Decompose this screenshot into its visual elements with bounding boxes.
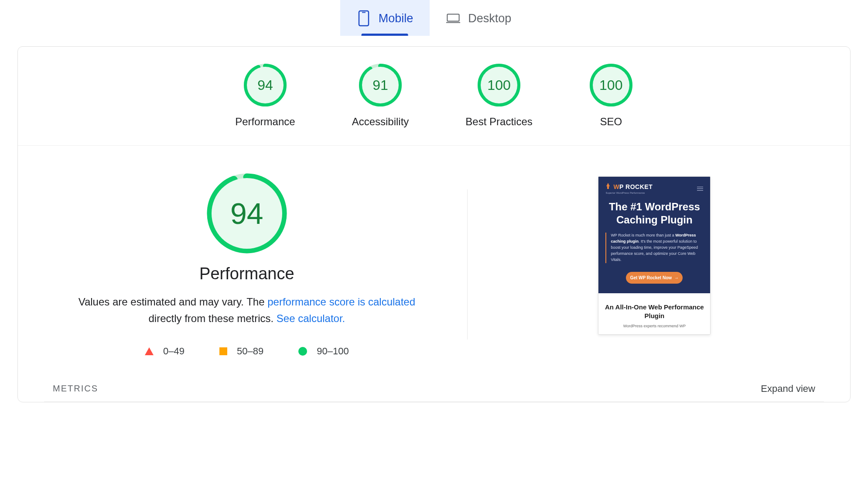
legend-fail: 0–49 — [145, 346, 185, 357]
link-score-calculated[interactable]: performance score is calculated — [267, 296, 415, 308]
circle-icon — [298, 347, 307, 356]
gauge-seo-label: SEO — [600, 116, 622, 128]
performance-panel: 94 Performance Values are estimated and … — [44, 172, 450, 357]
site-screenshot: WP ROCKET Superior WordPress Performance… — [598, 176, 711, 335]
desktop-icon — [446, 11, 460, 25]
report-card: 94 Performance 91 Accessibility — [17, 46, 851, 402]
metrics-header: METRICS Expand view — [44, 357, 824, 402]
shot-subtext: WordPress experts recommend WP — [605, 324, 704, 328]
arrow-right-icon: → — [674, 275, 679, 280]
device-tabs: Mobile Desktop — [0, 0, 868, 36]
gauge-best-practices[interactable]: 100 Best Practices — [465, 63, 532, 128]
gauge-seo-score: 100 — [593, 67, 629, 103]
performance-description: Values are estimated and may vary. The p… — [75, 294, 419, 327]
shot-subheadline: An All-In-One Web Performance Plugin — [605, 303, 704, 321]
shot-cta-button: Get WP Rocket Now → — [626, 272, 683, 284]
tab-mobile[interactable]: Mobile — [340, 0, 430, 36]
tab-mobile-label: Mobile — [379, 12, 413, 25]
metrics-label: METRICS — [53, 384, 98, 394]
svg-rect-2 — [448, 14, 459, 21]
legend-average: 50–89 — [219, 346, 263, 357]
performance-big-score: 94 — [212, 178, 282, 249]
vertical-divider — [467, 189, 468, 340]
triangle-icon — [145, 347, 154, 355]
svg-rect-0 — [359, 11, 369, 26]
category-gauges: 94 Performance 91 Accessibility — [18, 63, 850, 146]
expand-view-button[interactable]: Expand view — [761, 383, 815, 394]
score-legend: 0–49 50–89 90–100 — [145, 346, 349, 357]
hamburger-icon — [697, 187, 703, 191]
legend-pass: 90–100 — [298, 346, 349, 357]
shot-headline: The #1 WordPress Caching Plugin — [605, 200, 703, 226]
mobile-icon — [357, 11, 371, 25]
gauge-accessibility[interactable]: 91 Accessibility — [352, 63, 409, 128]
gauge-accessibility-label: Accessibility — [352, 116, 409, 128]
square-icon — [219, 347, 227, 355]
performance-title: Performance — [199, 264, 294, 283]
gauge-best-practices-label: Best Practices — [465, 116, 532, 128]
shot-body-text: WP Rocket is much more than just a WordP… — [605, 233, 703, 263]
tab-desktop[interactable]: Desktop — [430, 0, 528, 36]
link-see-calculator[interactable]: See calculator. — [277, 312, 345, 324]
gauge-seo[interactable]: 100 SEO — [589, 63, 633, 128]
gauge-performance-label: Performance — [235, 116, 295, 128]
gauge-accessibility-score: 91 — [362, 67, 399, 103]
shot-logo: WP ROCKET — [605, 183, 653, 191]
gauge-performance-score: 94 — [247, 67, 284, 103]
gauge-performance[interactable]: 94 Performance — [235, 63, 295, 128]
tab-desktop-label: Desktop — [468, 12, 511, 25]
gauge-best-practices-score: 100 — [481, 67, 517, 103]
rocket-icon — [605, 183, 611, 191]
performance-big-gauge: 94 — [205, 172, 288, 255]
